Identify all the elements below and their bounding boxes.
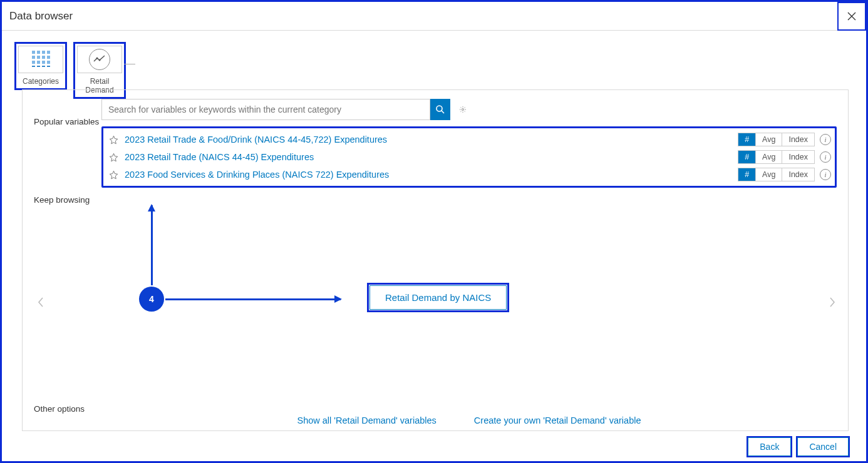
data-browser-window: Data browser Categories Retail D [0,0,868,463]
variable-link[interactable]: 2023 Retail Trade (NAICS 44-45) Expendit… [125,152,738,162]
search-icon [435,104,445,114]
breadcrumb-connector [124,64,135,64]
favorite-star[interactable] [107,151,120,163]
pill-index[interactable]: Index [782,133,814,146]
pill-index[interactable]: Index [782,168,814,181]
info-icon[interactable]: i [820,151,831,163]
keep-browsing-label: Keep browsing [34,194,101,394]
annotation-arrow-up [151,205,153,285]
chart-icon [89,49,110,70]
variable-format-toggle: # Avg Index [738,133,815,146]
annotation-bubble: 4 [139,287,164,312]
close-icon [847,11,857,21]
breadcrumb-bar: Categories Retail Demand [2,31,866,99]
carousel-prev[interactable] [34,295,48,309]
other-options-label: Other options [34,404,101,414]
titlebar: Data browser [2,2,866,31]
cancel-button[interactable]: Cancel [797,437,849,456]
crumb-categories-label: Categories [16,75,65,88]
variable-row: 2023 Retail Trade (NAICS 44-45) Expendit… [107,148,831,166]
svg-point-0 [96,58,98,59]
popular-vars-label: Popular variables [34,99,101,188]
create-variable-link[interactable]: Create your own 'Retail Demand' variable [474,415,641,425]
info-icon[interactable]: i [820,134,831,145]
svg-line-3 [442,111,444,113]
carousel-next[interactable] [825,295,839,309]
info-icon[interactable]: i [820,169,831,180]
pill-index[interactable]: Index [782,151,814,163]
window-title: Data browser [9,10,73,23]
dialog-footer: Back Cancel [748,437,849,456]
variable-format-toggle: # Avg Index [738,150,815,164]
variable-row: 2023 Food Services & Drinking Places (NA… [107,166,831,183]
other-options-row: Other options Show all 'Retail Demand' v… [34,404,837,425]
favorite-star[interactable] [107,133,120,146]
annotation-arrow-right [165,298,341,300]
pill-count[interactable]: # [738,133,755,146]
keep-browsing-area: Retail Demand by NAICS 4 [101,194,837,394]
settings-button[interactable] [455,102,470,117]
show-all-link[interactable]: Show all 'Retail Demand' variables [297,415,436,425]
variable-row: 2023 Retail Trade & Food/Drink (NAICS 44… [107,131,831,148]
svg-point-2 [437,106,442,111]
subcategory-card-retail-naics[interactable]: Retail Demand by NAICS [369,285,507,310]
variable-link[interactable]: 2023 Retail Trade & Food/Drink (NAICS 44… [125,135,738,145]
crumb-categories[interactable]: Categories [14,42,67,90]
popular-variables-list: 2023 Retail Trade & Food/Drink (NAICS 44… [101,126,837,188]
search-input[interactable] [101,99,430,120]
main-panel: Popular variables [22,89,849,431]
star-icon [109,170,118,180]
pill-count[interactable]: # [738,168,755,181]
close-button[interactable] [837,2,866,31]
variable-format-toggle: # Avg Index [738,168,815,181]
pill-avg[interactable]: Avg [755,168,782,181]
pill-count[interactable]: # [738,151,755,163]
pill-avg[interactable]: Avg [755,133,782,146]
svg-point-1 [99,59,101,61]
search-button[interactable] [430,99,450,120]
favorite-star[interactable] [107,168,120,181]
pill-avg[interactable]: Avg [755,151,782,163]
gear-icon [459,104,467,115]
chevron-right-icon [829,297,835,307]
grid-icon [32,51,50,69]
star-icon [109,135,118,145]
back-button[interactable]: Back [748,437,791,456]
chevron-left-icon [38,297,44,307]
star-icon [109,153,118,162]
variable-link[interactable]: 2023 Food Services & Drinking Places (NA… [125,170,738,180]
svg-point-4 [462,109,464,111]
